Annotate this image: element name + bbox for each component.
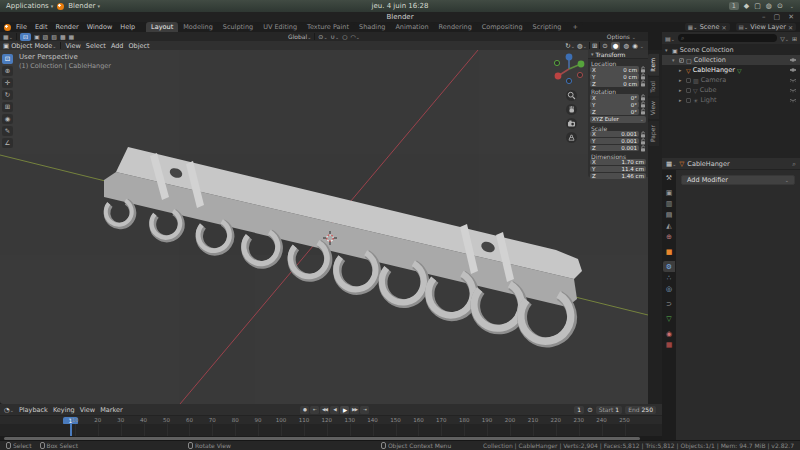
eye-closed-icon[interactable] — [789, 97, 797, 103]
timeline-menu-playback[interactable]: Playback — [19, 406, 48, 414]
mode-dropdown[interactable]: ▣ Object Mode⌄ — [3, 42, 56, 50]
lock-icon[interactable] — [640, 94, 646, 101]
workspace-tab-sculpting[interactable]: Sculpting — [218, 22, 258, 32]
properties-tab-object[interactable]: ■ — [663, 246, 675, 257]
timeline-editor-icon[interactable]: ◔⌄ — [4, 406, 14, 414]
workspace-tab-modeling[interactable]: Modeling — [178, 22, 218, 32]
eye-closed-icon[interactable] — [789, 87, 797, 93]
properties-tab-object-data[interactable]: ▽ — [663, 313, 675, 324]
play-button[interactable]: ▶ — [340, 406, 349, 414]
perspective-toggle-icon[interactable] — [566, 132, 577, 143]
prev-keyframe-button[interactable]: ◀◀ — [320, 406, 329, 414]
outliner-display-mode[interactable]: ▤⌄ — [665, 35, 675, 42]
tool-transform-icon[interactable]: ◉ — [2, 114, 13, 124]
lock-icon[interactable] — [640, 108, 646, 115]
properties-tab-modifiers[interactable]: ⚙ — [663, 261, 675, 272]
tool-scale-icon[interactable]: ⊞ — [2, 102, 13, 112]
options-dropdown[interactable]: Options ⌄ — [607, 33, 636, 40]
menu-file[interactable]: File — [12, 23, 31, 31]
dimensions-y-field[interactable]: Y11.4 cm — [590, 166, 646, 173]
tool-move-icon[interactable]: ✛ — [2, 78, 13, 88]
tray-volume-icon[interactable]: ◍ — [766, 2, 772, 10]
workspace-tab-uv-editing[interactable]: UV Editing — [258, 22, 302, 32]
outliner-row-collection[interactable]: ▾✓▢Collection — [662, 55, 800, 65]
add-workspace-button[interactable]: + — [567, 22, 582, 32]
tool-measure-icon[interactable]: ∠ — [2, 138, 13, 148]
rotation-z-field[interactable]: Z0° — [590, 108, 639, 115]
axis-y-ball[interactable] — [578, 61, 585, 68]
location-x-field[interactable]: X0 cm — [590, 66, 639, 73]
workspace-tab-texture-paint[interactable]: Texture Paint — [302, 22, 354, 32]
properties-tab-output[interactable]: ▥ — [663, 198, 675, 209]
outliner-row-camera[interactable]: ▸▥Camera — [662, 75, 800, 85]
play-reverse-button[interactable]: ◀ — [330, 406, 339, 414]
outliner-options-icon[interactable]: ⊞ — [792, 35, 797, 42]
properties-editor-icon[interactable]: ▦⌄ — [666, 160, 676, 168]
desktop-app-entry[interactable]: Blender▾ — [68, 2, 100, 10]
transform-panel-header[interactable]: ▾Transform — [588, 50, 648, 59]
notification-icon[interactable]: ◆ — [744, 2, 749, 10]
keying-set-icon[interactable]: ⊙ — [587, 406, 592, 414]
expander-icon[interactable]: ▸ — [679, 77, 684, 83]
checkbox-unchecked[interactable] — [686, 98, 691, 103]
menu-window[interactable]: Window — [83, 23, 117, 31]
select-mode-icon-1[interactable]: ▨ — [43, 33, 49, 40]
select-mode-icon-0[interactable]: ▣ — [34, 33, 40, 40]
active-tool-select-box[interactable]: ⊡ — [20, 33, 31, 41]
shading-dropdown-icon[interactable]: ⌄ — [640, 43, 644, 49]
dimensions-z-field[interactable]: Z1.46 cm — [590, 173, 646, 180]
timeline-ruler[interactable]: 1 10203040506070809010011012013014015016… — [0, 415, 662, 424]
menu-edit[interactable]: Edit — [31, 23, 52, 31]
proportional-edit-icon[interactable]: ○ — [342, 33, 347, 40]
eye-open-icon[interactable] — [789, 57, 797, 63]
viewport-menu-add[interactable]: Add — [111, 42, 124, 50]
axis-z-neg-ball[interactable] — [566, 78, 571, 83]
timeline-menu-view[interactable]: View — [80, 406, 95, 414]
overlays-dropdown[interactable]: ◍⌄ — [577, 42, 587, 50]
outliner-row-cube[interactable]: ▸▽Cube — [662, 85, 800, 95]
workspace-tab-shading[interactable]: Shading — [354, 22, 390, 32]
checkbox-unchecked[interactable] — [686, 78, 691, 83]
pivot-point-dropdown[interactable]: ⊙⌄ — [318, 33, 327, 40]
expander-icon[interactable]: ▾ — [672, 57, 677, 63]
select-mode-icon-2[interactable]: ▧ — [51, 33, 57, 40]
jump-start-button[interactable]: ⇤ — [310, 406, 319, 414]
scale-y-field[interactable]: Y0.001 — [590, 138, 639, 145]
navigation-gizmo[interactable] — [552, 51, 586, 87]
workspace-tab-rendering[interactable]: Rendering — [434, 22, 477, 32]
axis-z-ball[interactable] — [566, 54, 573, 61]
menu-help[interactable]: Help — [116, 23, 139, 31]
scene-selector[interactable]: ▦⌄Scene✕ — [685, 23, 730, 31]
falloff-dropdown[interactable]: ◠⌄ — [350, 33, 359, 40]
outliner-row-light[interactable]: ▸☀Light — [662, 95, 800, 105]
frame-end-field[interactable]: End250 — [625, 406, 656, 414]
eye-closed-icon[interactable] — [789, 77, 797, 83]
sidebar-tab-item[interactable]: Item — [648, 54, 659, 76]
properties-search-icon[interactable]: ⌕ — [792, 160, 796, 168]
frame-start-field[interactable]: Start1 — [596, 406, 623, 414]
workspace-badge[interactable]: 1 — [729, 2, 739, 10]
lock-icon[interactable] — [640, 66, 646, 73]
tray-chevron-icon[interactable]: ⌄ — [790, 3, 794, 9]
properties-tab-texture[interactable]: ▦ — [663, 339, 675, 350]
viewport-3d[interactable]: ⊡⊕✛↻⊞◉✎∠ User Perspective (1) Collection… — [0, 50, 648, 404]
expander-icon[interactable]: ▸ — [679, 67, 684, 73]
sidebar-tab-tool[interactable]: Tool — [648, 77, 659, 97]
applications-menu[interactable]: Applications▾ — [6, 2, 53, 10]
tool-select-box-icon[interactable]: ⊡ — [2, 54, 13, 64]
viewport-menu-select[interactable]: Select — [86, 42, 106, 50]
maximize-button[interactable]: ▢ — [774, 13, 781, 21]
jump-end-button[interactable]: ⇥ — [360, 406, 369, 414]
timeline-menu-keying[interactable]: Keying — [53, 406, 75, 414]
axis-x-neg-ball[interactable] — [577, 72, 582, 77]
viewport-menu-object[interactable]: Object — [128, 42, 149, 50]
outliner-row-scene-collection[interactable]: ▾▣Scene Collection — [662, 45, 800, 55]
shading-icon-1[interactable]: ● — [611, 42, 621, 50]
lock-icon[interactable] — [640, 138, 646, 145]
tool-rotate-icon[interactable]: ↻ — [2, 90, 13, 100]
shading-icon-0[interactable]: ⊙ — [602, 42, 607, 50]
properties-tab-material[interactable]: ◉ — [663, 328, 675, 339]
properties-tab-physics[interactable]: ◎ — [663, 283, 675, 294]
checkbox-checked[interactable]: ✓ — [679, 58, 684, 63]
zoom-icon[interactable] — [566, 90, 577, 101]
